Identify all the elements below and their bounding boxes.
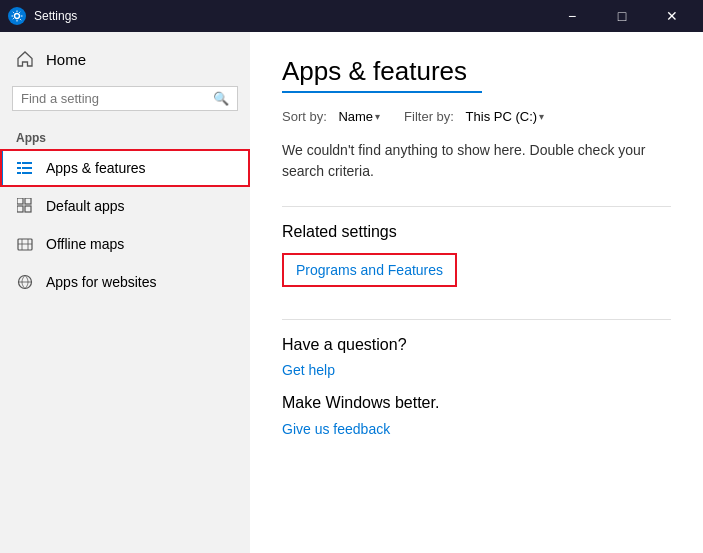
maximize-button[interactable]: □	[599, 0, 645, 32]
have-question-title: Have a question?	[282, 336, 671, 354]
apps-features-label: Apps & features	[46, 160, 146, 176]
sort-value[interactable]: Name ▾	[338, 109, 380, 124]
svg-rect-6	[22, 172, 32, 174]
title-bar: Settings − □ ✕	[0, 0, 703, 32]
main-content: Apps & features Sort by: Name ▾ Filter b…	[250, 32, 703, 553]
map-icon	[16, 235, 34, 253]
title-underline	[282, 91, 482, 93]
related-settings-title: Related settings	[282, 223, 671, 241]
app-body: Home 🔍 Apps Apps & features	[0, 32, 703, 553]
filter-chevron-icon: ▾	[539, 111, 544, 122]
related-settings-section: Related settings Programs and Features	[282, 223, 671, 303]
programs-and-features-link-box[interactable]: Programs and Features	[282, 253, 457, 287]
sort-filter-row: Sort by: Name ▾ Filter by: This PC (C:) …	[282, 109, 671, 124]
search-box[interactable]: 🔍	[12, 86, 238, 111]
list-icon	[16, 159, 34, 177]
svg-rect-10	[25, 206, 31, 212]
filter-value[interactable]: This PC (C:) ▾	[466, 109, 545, 124]
make-better-title: Make Windows better.	[282, 394, 671, 412]
svg-rect-9	[17, 206, 23, 212]
svg-rect-4	[22, 167, 32, 169]
have-question-section: Have a question? Get help	[282, 336, 671, 378]
title-bar-left: Settings	[8, 7, 77, 25]
sort-chevron-icon: ▾	[375, 111, 380, 122]
search-icon: 🔍	[213, 91, 229, 106]
sidebar-item-default-apps[interactable]: Default apps	[0, 187, 250, 225]
sort-label: Sort by:	[282, 109, 327, 124]
apps-websites-label: Apps for websites	[46, 274, 157, 290]
filter-by-control[interactable]: Filter by: This PC (C:) ▾	[404, 109, 544, 124]
sidebar-item-apps-websites[interactable]: Apps for websites	[0, 263, 250, 301]
home-label: Home	[46, 51, 86, 68]
svg-rect-5	[17, 172, 21, 174]
sort-by-control[interactable]: Sort by: Name ▾	[282, 109, 380, 124]
minimize-button[interactable]: −	[549, 0, 595, 32]
svg-rect-3	[17, 167, 21, 169]
make-better-section: Make Windows better. Give us feedback	[282, 394, 671, 438]
divider	[282, 206, 671, 207]
home-icon	[16, 50, 34, 68]
default-apps-label: Default apps	[46, 198, 125, 214]
grid-icon	[16, 197, 34, 215]
svg-rect-8	[25, 198, 31, 204]
title-bar-text: Settings	[34, 9, 77, 23]
sidebar-item-home[interactable]: Home	[0, 40, 250, 78]
svg-point-0	[15, 14, 20, 19]
svg-rect-2	[22, 162, 32, 164]
page-title: Apps & features	[282, 56, 671, 87]
svg-rect-1	[17, 162, 21, 164]
sidebar: Home 🔍 Apps Apps & features	[0, 32, 250, 553]
filter-label: Filter by:	[404, 109, 454, 124]
sidebar-section-label: Apps	[0, 119, 250, 149]
divider-2	[282, 319, 671, 320]
settings-app-icon	[8, 7, 26, 25]
sidebar-item-apps-features[interactable]: Apps & features	[0, 149, 250, 187]
svg-rect-11	[18, 239, 32, 250]
give-feedback-link[interactable]: Give us feedback	[282, 421, 390, 437]
programs-and-features-link[interactable]: Programs and Features	[296, 262, 443, 278]
svg-rect-7	[17, 198, 23, 204]
offline-maps-label: Offline maps	[46, 236, 124, 252]
search-input[interactable]	[21, 91, 207, 106]
window-controls: − □ ✕	[549, 0, 695, 32]
close-button[interactable]: ✕	[649, 0, 695, 32]
get-help-link[interactable]: Get help	[282, 362, 671, 378]
empty-message: We couldn't find anything to show here. …	[282, 140, 671, 182]
globe-icon	[16, 273, 34, 291]
sidebar-item-offline-maps[interactable]: Offline maps	[0, 225, 250, 263]
